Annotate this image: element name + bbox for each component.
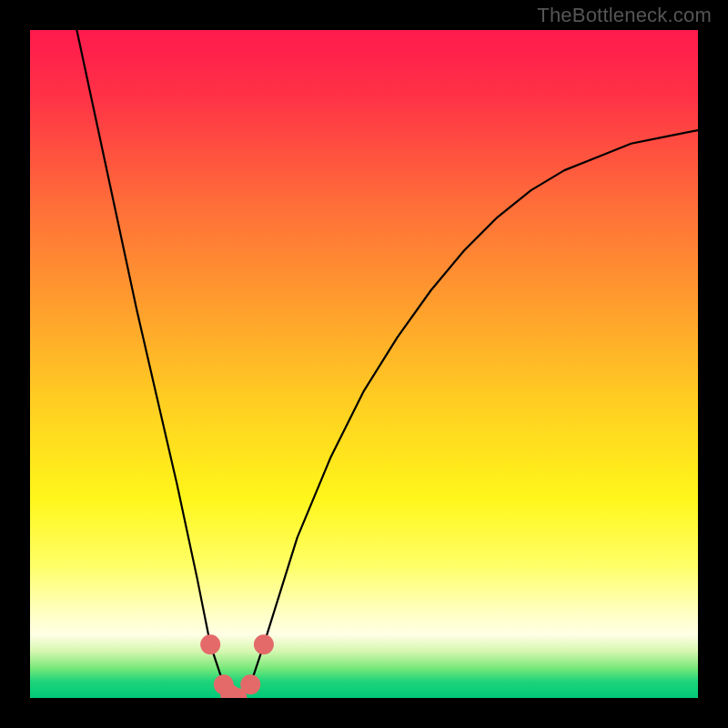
highlight-marker xyxy=(200,634,220,654)
gradient-background xyxy=(30,30,698,698)
watermark-text: TheBottleneck.com xyxy=(537,4,712,27)
highlight-marker xyxy=(254,634,274,654)
highlight-marker xyxy=(240,674,260,694)
bottleneck-chart xyxy=(30,30,698,698)
chart-frame: TheBottleneck.com xyxy=(0,0,728,728)
